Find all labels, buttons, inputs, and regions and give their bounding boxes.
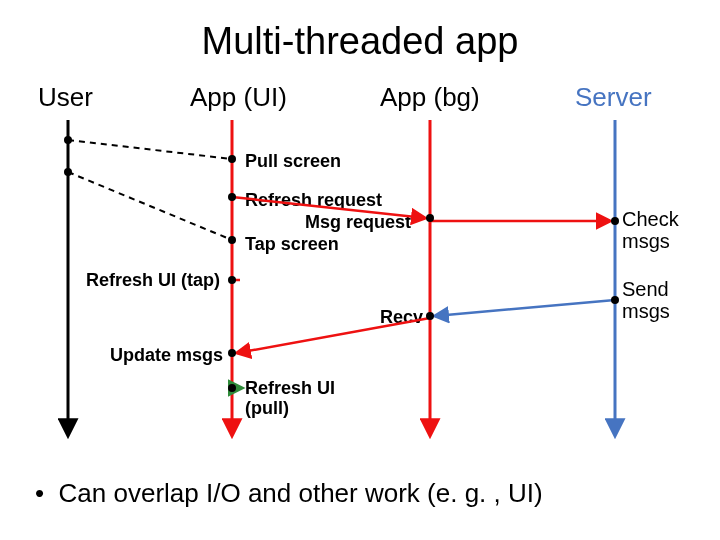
svg-point-1 <box>64 168 72 176</box>
svg-point-7 <box>228 384 236 392</box>
svg-point-8 <box>426 214 434 222</box>
svg-point-3 <box>228 193 236 201</box>
svg-point-6 <box>228 349 236 357</box>
svg-point-2 <box>228 155 236 163</box>
svg-point-9 <box>426 312 434 320</box>
svg-point-4 <box>228 236 236 244</box>
msg-update <box>237 318 430 353</box>
dash-pull <box>68 140 232 159</box>
dash-tap <box>68 172 232 240</box>
svg-point-10 <box>611 217 619 225</box>
svg-point-11 <box>611 296 619 304</box>
msg-send <box>435 300 615 316</box>
svg-point-0 <box>64 136 72 144</box>
svg-point-5 <box>228 276 236 284</box>
sequence-diagram <box>0 0 720 540</box>
msg-refresh-request <box>232 197 425 218</box>
